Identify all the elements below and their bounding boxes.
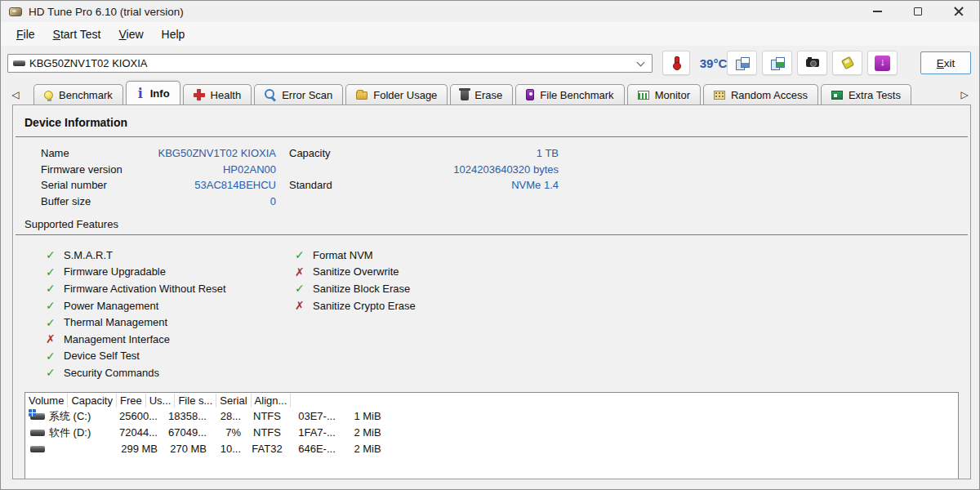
feature-label: Format NVM xyxy=(313,249,373,261)
field-label: Buffer size xyxy=(41,195,270,207)
volume-usage: 28... xyxy=(210,410,244,422)
field-row: Buffer size 0 xyxy=(41,194,276,210)
feature-row: Device Self Test xyxy=(46,348,295,365)
device-selector-value: KBG50ZNV1T02 KIOXIA xyxy=(29,57,148,69)
erase-icon xyxy=(461,91,469,100)
tab-info[interactable]: Info xyxy=(126,81,180,105)
volume-capacity: 299 MB xyxy=(110,443,161,455)
temperature-button[interactable] xyxy=(662,51,690,75)
field-row: 1024203640320 bytes xyxy=(289,162,559,178)
app-window: HD Tune Pro 6.10 (trial version) File St… xyxy=(0,0,980,490)
floppy-icon xyxy=(841,56,854,69)
feature-row: Sanitize Crypto Erase xyxy=(295,297,416,314)
supported-features: S.M.A.R.T Firmware Upgradable Firmware A… xyxy=(46,247,970,381)
column-header[interactable]: Serial xyxy=(216,394,251,408)
app-icon xyxy=(9,7,22,16)
field-value: 53AC814BEHCU xyxy=(194,179,276,191)
feature-label: Power Management xyxy=(64,300,158,312)
check-icon xyxy=(46,366,64,379)
download-button[interactable] xyxy=(867,51,898,75)
column-header[interactable]: Align... xyxy=(252,394,292,408)
table-row[interactable]: 299 MB 270 MB 10... FAT32 646E-... 2 MiB xyxy=(25,441,958,457)
check-icon xyxy=(46,316,64,329)
thermometer-icon xyxy=(671,56,681,70)
field-row: Serial number 53AC814BEHCU xyxy=(41,177,276,194)
feature-row: Management Interface xyxy=(46,331,295,348)
volume-name: 软件 (D:) xyxy=(49,425,91,440)
check-icon xyxy=(46,265,64,278)
field-row: Standard NVMe 1.4 xyxy=(289,177,559,194)
tab-monitor[interactable]: Monitor xyxy=(627,84,701,105)
tab-health[interactable]: Health xyxy=(183,84,252,105)
menu-item[interactable]: View xyxy=(109,24,152,44)
column-header[interactable]: Volume xyxy=(25,394,68,408)
menu-item[interactable]: Start Test xyxy=(44,24,110,44)
field-value: 1 TB xyxy=(537,147,559,159)
feature-label: Firmware Activation Without Reset xyxy=(64,283,226,295)
feature-row: S.M.A.R.T xyxy=(46,247,295,264)
check-icon xyxy=(295,282,313,295)
field-row: Capacity 1 TB xyxy=(289,145,559,162)
copy-report-button[interactable] xyxy=(727,51,757,75)
tab-scroll-right-button[interactable]: ▷ xyxy=(955,84,974,105)
tab-error-scan[interactable]: Error Scan xyxy=(254,84,343,105)
volume-capacity: 72044... xyxy=(110,426,161,439)
benchmark-icon xyxy=(44,91,53,100)
drive-icon xyxy=(13,60,25,66)
tab-bar: ◁ Benchmark Info Health xyxy=(1,80,979,105)
window-title: HD Tune Pro 6.10 (trial version) xyxy=(29,6,184,18)
system-drive-icon xyxy=(30,413,45,420)
chevron-down-icon xyxy=(637,58,645,66)
menu-item[interactable]: Help xyxy=(153,24,194,44)
tab-benchmark[interactable]: Benchmark xyxy=(33,84,123,105)
column-header[interactable]: Capacity xyxy=(68,394,117,408)
feature-label: Firmware Upgradable xyxy=(64,265,166,278)
toolbar: KBG50ZNV1T02 KIOXIA 39°C xyxy=(1,46,979,80)
save-button[interactable] xyxy=(832,51,862,75)
tab-random-access[interactable]: Random Access xyxy=(703,84,818,105)
exit-button[interactable]: Exit xyxy=(920,51,971,74)
check-icon xyxy=(46,248,64,261)
column-header[interactable]: Us... xyxy=(146,394,176,408)
volume-serial: 1FA7-... xyxy=(290,426,344,439)
volume-filesystem: NTFS xyxy=(244,426,290,439)
tab-file-benchmark[interactable]: File Benchmark xyxy=(515,84,624,105)
cross-icon xyxy=(295,299,313,312)
maximize-button[interactable] xyxy=(898,1,938,22)
drive-icon xyxy=(30,430,45,436)
tab-scroll-left-button[interactable]: ◁ xyxy=(6,84,25,105)
screenshot-button[interactable] xyxy=(797,51,827,75)
feature-row: Thermal Management xyxy=(46,314,295,331)
tab-extra-tests[interactable]: Extra Tests xyxy=(821,84,911,105)
menu-item[interactable]: File xyxy=(7,24,44,44)
feature-row: Firmware Upgradable xyxy=(46,264,295,281)
tab-folder-usage[interactable]: Folder Usage xyxy=(345,84,448,105)
random-access-icon xyxy=(714,91,725,100)
divider xyxy=(16,234,968,235)
folder-usage-icon xyxy=(356,91,368,100)
volume-free: 18358... xyxy=(161,410,210,422)
copy-image-icon xyxy=(771,57,784,69)
device-selector[interactable]: KBG50ZNV1T02 KIOXIA xyxy=(7,54,653,73)
minimize-icon xyxy=(873,11,882,11)
table-row[interactable]: 软件 (D:) 72044... 67049... 7% NTFS 1FA7-.… xyxy=(25,425,958,441)
volume-filesystem: FAT32 xyxy=(244,443,290,455)
minimize-button[interactable] xyxy=(857,1,898,22)
cross-icon xyxy=(46,332,64,345)
temperature-value: 39°C xyxy=(700,56,728,70)
volume-usage: 10... xyxy=(210,443,244,455)
volume-table-body: 系统 (C:) 25600... 18358... 28... NTFS 03E… xyxy=(25,408,958,457)
column-header[interactable]: File s... xyxy=(175,394,216,408)
feature-label: Management Interface xyxy=(64,333,170,345)
copy-image-button[interactable] xyxy=(762,51,792,75)
field-value: KBG50ZNV1T02 KIOXIA xyxy=(158,147,276,159)
column-header[interactable]: Free xyxy=(117,394,146,408)
drive-icon xyxy=(30,446,45,452)
volume-table: Volume Capacity Free Us... File s... Ser… xyxy=(24,392,959,479)
close-button[interactable] xyxy=(938,1,979,22)
features-left: S.M.A.R.T Firmware Upgradable Firmware A… xyxy=(46,247,295,381)
table-row[interactable]: 系统 (C:) 25600... 18358... 28... NTFS 03E… xyxy=(25,408,958,425)
tab-erase[interactable]: Erase xyxy=(450,84,513,105)
device-fields-left: Name KBG50ZNV1T02 KIOXIA Firmware versio… xyxy=(41,145,276,209)
field-value: HP02AN00 xyxy=(223,163,276,176)
